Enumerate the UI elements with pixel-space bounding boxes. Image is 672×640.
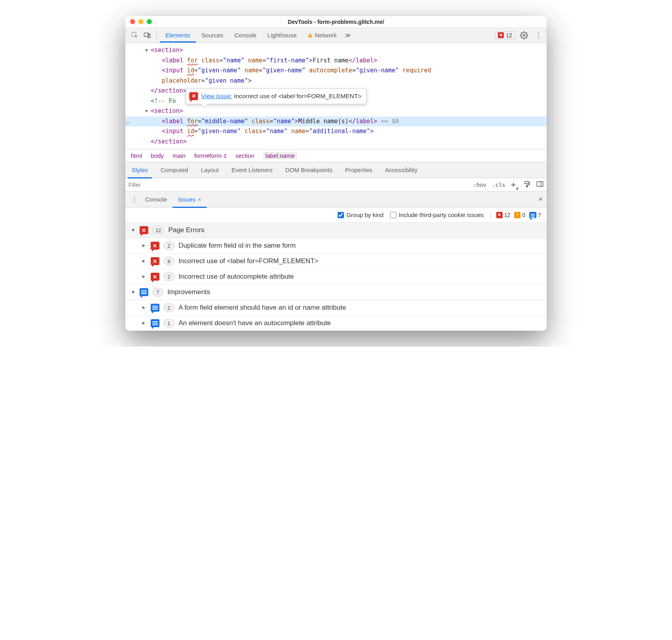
view-issue-link[interactable]: View issue: — [201, 93, 232, 99]
close-tab-icon[interactable]: × — [198, 196, 201, 203]
dom-node[interactable]: <section> — [151, 47, 183, 54]
breadcrumb-item[interactable]: html — [131, 152, 142, 159]
tab-label: Elements — [165, 32, 190, 39]
error-count-badge[interactable]: ✕ 12 — [495, 31, 515, 39]
error-speech-icon: ✕ — [140, 226, 148, 234]
error-speech-icon: ✕ — [151, 242, 159, 250]
count-badge: 12 — [152, 226, 164, 235]
svg-rect-5 — [526, 186, 528, 187]
breadcrumb: html body main form#form-1 section label… — [125, 149, 547, 162]
issue-counts: ✕12 !0 7 — [490, 212, 541, 218]
devtools-window: DevTools - form-problems.glitch.me/ Elem… — [125, 16, 547, 331]
third-party-checkbox[interactable]: Include third-party cookie issues — [390, 211, 484, 218]
issue-group[interactable]: ▼ 7 Improvements — [125, 285, 547, 300]
error-speech-icon: ✕ — [151, 257, 159, 265]
panel-tabs: Elements Sources Console Lighthouse Netw… — [160, 28, 494, 43]
breadcrumb-item[interactable]: section — [235, 152, 254, 159]
error-speech-icon: ✕ — [151, 273, 159, 281]
info-icon — [529, 212, 536, 218]
more-menu-icon[interactable]: ⋮ — [533, 30, 544, 41]
selected-node[interactable]: <label for="middle-name" class="name">Mi… — [125, 116, 547, 127]
issue-row[interactable]: ▼ ✕ 8 Incorrect use of <label for=FORM_E… — [125, 254, 547, 269]
tab-dom-breakpoints[interactable]: DOM Breakpoints — [282, 163, 336, 178]
tab-event-listeners[interactable]: Event Listeners — [227, 163, 276, 178]
cls-button[interactable]: .cls — [492, 182, 505, 188]
breadcrumb-item[interactable]: label.name — [263, 152, 297, 159]
close-drawer-icon[interactable]: × — [538, 195, 543, 204]
close-icon[interactable] — [130, 19, 135, 24]
drawer-tab-issues[interactable]: Issues× — [173, 192, 207, 208]
breadcrumb-item[interactable]: main — [173, 152, 186, 159]
tab-styles[interactable]: Styles — [128, 163, 152, 178]
error-count: 12 — [506, 32, 512, 39]
issue-row[interactable]: ▼ ✕ 2 Duplicate form field id in the sam… — [125, 238, 547, 254]
info-speech-icon — [151, 319, 159, 327]
window-title: DevTools - form-problems.glitch.me/ — [125, 19, 547, 25]
info-speech-icon — [151, 304, 159, 312]
drawer-tabs: ⋮ Console Issues× × — [125, 192, 547, 208]
count-badge: 8 — [163, 257, 175, 266]
paint-icon[interactable] — [524, 180, 531, 189]
tab-label: Lighthouse — [268, 32, 297, 39]
tooltip-text: Incorrect use of <label for=FORM_ELEMENT… — [232, 93, 361, 99]
group-by-kind-checkbox[interactable]: Group by kind — [338, 211, 383, 218]
window-controls — [130, 19, 152, 24]
separator — [156, 31, 157, 40]
chevron-right-icon: ▼ — [141, 274, 146, 279]
tab-console[interactable]: Console — [229, 29, 262, 43]
count-badge: 2 — [163, 272, 175, 281]
tab-network[interactable]: Network — [302, 29, 342, 43]
main-toolbar: Elements Sources Console Lighthouse Netw… — [125, 28, 547, 43]
chevron-right-icon: ≫ — [345, 32, 351, 39]
device-toggle-icon[interactable] — [141, 29, 153, 41]
count-badge: 2 — [163, 303, 175, 312]
toggle-pane-icon[interactable] — [536, 180, 544, 189]
tab-layout[interactable]: Layout — [197, 163, 223, 178]
dom-tree[interactable]: ▼<section> <label for class="name" name=… — [125, 43, 547, 149]
tab-label: Network — [315, 32, 337, 39]
issue-title: An element doesn't have an autocomplete … — [179, 319, 331, 327]
tab-accessibility[interactable]: Accessibility — [381, 163, 421, 178]
issue-title: A form field element should have an id o… — [179, 304, 346, 312]
chevron-down-icon: ▼ — [131, 289, 136, 295]
count-badge: 1 — [163, 319, 175, 328]
tab-sources[interactable]: Sources — [196, 29, 229, 43]
issue-title: Duplicate form field id in the same form — [179, 242, 296, 250]
issues-toolbar: Group by kind Include third-party cookie… — [125, 208, 547, 223]
error-icon: ✕ — [496, 212, 503, 218]
count-badge: 2 — [163, 241, 175, 250]
svg-rect-6 — [537, 182, 543, 186]
svg-rect-4 — [525, 181, 528, 184]
zoom-icon[interactable] — [147, 19, 152, 24]
group-title: Page Errors — [168, 226, 204, 234]
minimize-icon[interactable] — [138, 19, 144, 24]
error-icon: ✕ — [498, 32, 504, 38]
filter-input[interactable] — [128, 182, 473, 188]
issue-tooltip: ✕ View issue: Incorrect use of <label fo… — [186, 88, 367, 104]
new-style-icon[interactable]: +◢ — [511, 180, 518, 190]
tab-label: Console — [235, 32, 256, 39]
drawer-tab-console[interactable]: Console — [140, 192, 173, 208]
more-tabs[interactable]: ≫ — [342, 29, 353, 43]
inspect-icon[interactable] — [128, 29, 140, 41]
tab-computed[interactable]: Computed — [157, 163, 192, 178]
issue-row[interactable]: ▼ 2 A form field element should have an … — [125, 300, 547, 316]
drawer-menu-icon[interactable]: ⋮ — [129, 194, 140, 205]
issue-row[interactable]: ▼ ✕ 2 Incorrect use of autocomplete attr… — [125, 269, 547, 285]
issue-title: Incorrect use of <label for=FORM_ELEMENT… — [179, 257, 319, 265]
chevron-right-icon: ▼ — [141, 321, 146, 326]
chevron-right-icon: ▼ — [141, 243, 146, 248]
breadcrumb-item[interactable]: body — [151, 152, 164, 159]
settings-icon[interactable] — [519, 30, 529, 41]
hov-button[interactable]: :hov — [473, 182, 486, 188]
tab-elements[interactable]: Elements — [160, 29, 196, 43]
warning-icon: ! — [514, 212, 521, 218]
issue-group[interactable]: ▼ ✕ 12 Page Errors — [125, 223, 547, 238]
breadcrumb-item[interactable]: form#form-1 — [194, 152, 227, 159]
issue-row[interactable]: ▼ 1 An element doesn't have an autocompl… — [125, 316, 547, 331]
sidebar-tabs: Styles Computed Layout Event Listeners D… — [125, 162, 547, 178]
tab-properties[interactable]: Properties — [341, 163, 376, 178]
styles-filter-bar: :hov .cls +◢ — [125, 178, 547, 192]
tab-lighthouse[interactable]: Lighthouse — [262, 29, 302, 43]
count-badge: 7 — [152, 288, 163, 297]
